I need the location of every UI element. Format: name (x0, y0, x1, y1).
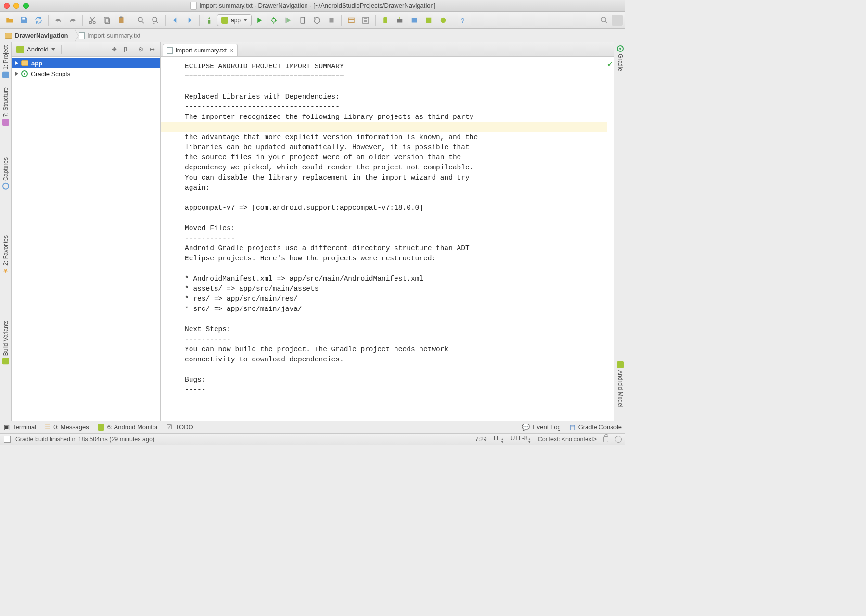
stop-button[interactable] (325, 13, 338, 27)
tool-tab-todo[interactable]: ☑TODO (166, 424, 193, 431)
tool-tab-gradle-console[interactable]: ▤Gradle Console (570, 424, 622, 431)
svg-point-9 (272, 18, 276, 22)
svg-text:?: ? (461, 17, 464, 24)
copy-button[interactable] (100, 13, 114, 27)
tool-tab-android-model[interactable]: Android Model (617, 361, 624, 407)
cut-button[interactable] (86, 13, 99, 27)
svg-rect-18 (426, 17, 432, 23)
project-view-selector[interactable]: Android (14, 45, 57, 54)
tree-item-gradle-scripts[interactable]: Gradle Scripts (12, 68, 160, 79)
breadcrumb-item-project[interactable]: DrawerNavigation (0, 29, 74, 42)
breadcrumb-label: import-summary.txt (88, 32, 140, 39)
gradle-icon (21, 70, 28, 77)
close-window-button[interactable] (4, 3, 10, 9)
ide-status-icon[interactable] (615, 436, 622, 443)
project-structure-button[interactable] (344, 13, 358, 27)
svg-rect-12 (330, 18, 334, 22)
tool-tab-captures[interactable]: Captures (2, 157, 9, 190)
apply-changes-button[interactable] (310, 13, 324, 27)
tool-tab-terminal[interactable]: ▣Terminal (4, 424, 36, 431)
find-button[interactable] (134, 13, 148, 27)
svg-rect-16 (397, 19, 403, 23)
tool-tab-project[interactable]: 1: Project (2, 45, 9, 78)
replace-button[interactable] (149, 13, 162, 27)
editor-content[interactable]: ECLIPSE ANDROID PROJECT IMPORT SUMMARY =… (161, 57, 614, 400)
breadcrumb-item-file[interactable]: import-summary.txt (74, 29, 146, 42)
maximize-window-button[interactable] (23, 3, 29, 9)
tool-tab-structure[interactable]: 7: Structure (2, 87, 9, 126)
close-tab-button[interactable]: × (229, 47, 233, 54)
main-area: 1: Project 7: Structure Captures ★2: Fav… (0, 42, 625, 421)
search-everywhere-button[interactable] (598, 13, 611, 27)
bottom-tool-strip: ▣Terminal ☰0: Messages 6: Android Monito… (0, 421, 625, 433)
console-icon: ▤ (570, 424, 575, 431)
settings-button[interactable]: ⚙ (136, 44, 146, 55)
line-separator[interactable]: LF▲▼ (494, 435, 504, 444)
expand-arrow-icon[interactable] (15, 72, 18, 76)
svg-rect-17 (412, 18, 417, 22)
help-button[interactable]: ? (456, 13, 470, 27)
tool-tab-build-variants[interactable]: Build Variants (2, 321, 9, 364)
android-icon (221, 17, 228, 24)
coverage-button[interactable] (281, 13, 295, 27)
tool-tab-android-monitor[interactable]: 6: Android Monitor (98, 424, 158, 431)
sync-button[interactable] (32, 13, 45, 27)
window-title: import-summary.txt - DrawerNavigation - … (200, 2, 436, 9)
redo-button[interactable] (66, 13, 79, 27)
open-button[interactable] (3, 13, 16, 27)
svg-rect-3 (105, 19, 109, 24)
minimize-window-button[interactable] (13, 3, 19, 9)
svg-rect-5 (119, 17, 124, 23)
svg-rect-15 (383, 17, 387, 23)
attach-debugger-button[interactable] (296, 13, 309, 27)
tool-tab-event-log[interactable]: 💬Event Log (522, 424, 561, 431)
status-toggle-button[interactable] (4, 436, 11, 443)
module-icon (21, 60, 28, 66)
editor-tab[interactable]: import-summary.txt × (163, 44, 238, 56)
file-encoding[interactable]: UTF-8▲▼ (510, 435, 531, 444)
collapse-all-button[interactable]: ⇵ (120, 44, 130, 55)
separator (453, 15, 453, 26)
messages-icon: ☰ (45, 424, 51, 431)
android-monitor-button[interactable] (408, 13, 421, 27)
sdk-manager-button[interactable] (393, 13, 407, 27)
run-button[interactable] (253, 13, 266, 27)
layout-inspector-button[interactable] (422, 13, 435, 27)
caret-position[interactable]: 7:29 (475, 436, 486, 443)
make-button[interactable] (203, 13, 216, 27)
avd-manager-button[interactable] (379, 13, 392, 27)
user-avatar[interactable] (612, 15, 623, 26)
right-tool-strip: Gradle Android Model (614, 42, 625, 421)
todo-icon: ☑ (166, 424, 172, 431)
expand-arrow-icon[interactable] (15, 61, 18, 65)
back-button[interactable] (168, 13, 182, 27)
forward-button[interactable] (183, 13, 196, 27)
tree-item-app[interactable]: app (12, 58, 160, 68)
tool-tab-favorites[interactable]: ★2: Favorites (2, 235, 9, 274)
readonly-lock-icon[interactable] (603, 436, 608, 442)
debug-button[interactable] (267, 13, 280, 27)
undo-button[interactable] (51, 13, 65, 27)
scroll-from-source-button[interactable]: ✥ (109, 44, 119, 55)
tree-item-label: Gradle Scripts (31, 70, 70, 77)
svg-rect-0 (22, 17, 25, 19)
svg-point-7 (138, 17, 142, 22)
context-indicator[interactable]: Context: <no context> (538, 436, 597, 443)
tool-tab-gradle[interactable]: Gradle (617, 45, 624, 71)
hide-button[interactable]: ↦ (147, 44, 157, 55)
document-icon (190, 2, 197, 10)
tool-tab-messages[interactable]: ☰0: Messages (45, 424, 89, 431)
terminal-icon: ▣ (4, 424, 10, 431)
sync-gradle-button[interactable] (359, 13, 372, 27)
svg-rect-6 (120, 16, 123, 18)
project-tree[interactable]: app Gradle Scripts (12, 57, 160, 421)
run-configuration-selector[interactable]: app (217, 14, 252, 26)
paste-button[interactable] (115, 13, 128, 27)
save-button[interactable] (17, 13, 31, 27)
theme-editor-button[interactable] (436, 13, 450, 27)
editor-viewport[interactable]: ✔ ECLIPSE ANDROID PROJECT IMPORT SUMMARY… (161, 57, 614, 421)
folder-icon (5, 33, 12, 38)
editor-area: import-summary.txt × ✔ ECLIPSE ANDROID P… (161, 42, 614, 421)
editor-tab-label: import-summary.txt (176, 47, 227, 54)
separator (199, 15, 200, 26)
